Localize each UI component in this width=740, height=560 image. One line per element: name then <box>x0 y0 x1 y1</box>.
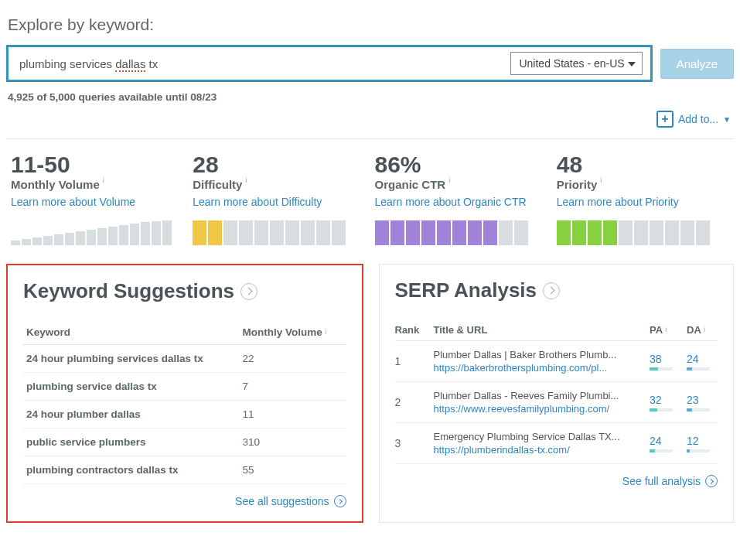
da-score[interactable]: 12 <box>687 435 718 452</box>
info-icon[interactable]: i <box>704 326 705 333</box>
metric-priority: 48 Priorityi Learn more about Priority <box>552 153 734 245</box>
keyword-input[interactable]: plumbing services dallas tx <box>15 54 510 73</box>
pa-score[interactable]: 38 <box>650 353 687 370</box>
rank-cell: 2 <box>395 396 434 408</box>
serp-table-header: Rank Title & URL PA i DA i <box>395 319 718 341</box>
info-icon[interactable]: i <box>245 176 247 184</box>
serp-title: Emergency Plumbing Service Dallas TX... <box>434 431 644 442</box>
serp-title: Plumber Dallas - Reeves Family Plumbi... <box>434 390 644 401</box>
table-row[interactable]: public service plumbers310 <box>23 429 346 456</box>
pa-score[interactable]: 24 <box>650 435 687 452</box>
see-all-suggestions-link[interactable]: See all suggestions <box>23 495 346 507</box>
table-row[interactable]: plumbing service dallas tx7 <box>23 373 346 401</box>
chevron-down-icon: ▼ <box>723 115 731 124</box>
keyword-cell: plumbing service dallas tx <box>23 373 239 401</box>
rank-cell: 3 <box>395 437 434 449</box>
chevron-right-icon <box>543 282 560 299</box>
serp-url-link[interactable]: https://bakerbrothersplumbing.com/pl... <box>434 362 644 374</box>
difficulty-learn-link[interactable]: Learn more about Difficulty <box>193 196 362 208</box>
search-row: plumbing services dallas tx United State… <box>6 45 734 82</box>
metrics-row: 11-50 Monthly Volumei Learn more about V… <box>6 138 734 245</box>
keyword-cell: 24 hour plumbing services dallas tx <box>23 345 239 373</box>
info-icon[interactable]: i <box>325 328 326 336</box>
volume-chart <box>11 220 180 245</box>
table-row[interactable]: 24 hour plumbing services dallas tx22 <box>23 345 346 373</box>
serp-row: 2Plumber Dallas - Reeves Family Plumbi..… <box>395 382 718 423</box>
info-icon[interactable]: i <box>665 326 667 333</box>
pa-score[interactable]: 32 <box>650 394 687 411</box>
suggestions-table: Keyword Monthly Volume i 24 hour plumbin… <box>23 320 346 484</box>
info-icon[interactable]: i <box>600 176 602 184</box>
da-score[interactable]: 23 <box>687 394 718 411</box>
search-box: plumbing services dallas tx United State… <box>6 45 653 82</box>
chevron-right-icon <box>705 475 718 487</box>
volume-learn-link[interactable]: Learn more about Volume <box>11 196 180 208</box>
serp-analysis-title[interactable]: SERP Analysis <box>395 278 718 302</box>
table-row[interactable]: plumbing contractors dallas tx55 <box>23 456 346 484</box>
keyword-cell: 24 hour plumber dallas <box>23 401 239 429</box>
priority-learn-link[interactable]: Learn more about Priority <box>557 196 726 208</box>
volume-cell: 22 <box>239 345 346 373</box>
quota-text: 4,925 of 5,000 queries available until 0… <box>8 91 732 103</box>
plus-icon: + <box>656 111 674 128</box>
add-to-button[interactable]: + Add to... ▼ <box>656 111 731 128</box>
volume-cell: 7 <box>239 373 346 401</box>
rank-cell: 1 <box>395 355 434 367</box>
keyword-suggestions-title[interactable]: Keyword Suggestions <box>23 279 346 303</box>
priority-chart <box>557 220 726 245</box>
da-score[interactable]: 24 <box>687 353 718 370</box>
serp-url-link[interactable]: https://plumberindallas-tx.com/ <box>434 444 644 456</box>
keyword-suggestions-panel: Keyword Suggestions Keyword Monthly Volu… <box>6 264 363 523</box>
see-full-analysis-link[interactable]: See full analysis <box>395 475 718 487</box>
explore-label: Explore by keyword: <box>8 15 732 34</box>
ctr-chart <box>375 220 544 245</box>
chevron-right-icon <box>240 283 257 300</box>
serp-analysis-panel: SERP Analysis Rank Title & URL PA i DA i… <box>379 264 735 523</box>
metric-difficulty: 28 Difficultyi Learn more about Difficul… <box>188 153 370 245</box>
metric-ctr: 86% Organic CTRi Learn more about Organi… <box>370 153 552 245</box>
serp-title: Plumber Dallas | Baker Brothers Plumb... <box>434 349 644 360</box>
serp-url-link[interactable]: https://www.reevesfamilyplumbing.com/ <box>434 403 644 415</box>
info-icon[interactable]: i <box>448 176 450 184</box>
ctr-learn-link[interactable]: Learn more about Organic CTR <box>375 196 544 208</box>
keyword-cell: plumbing contractors dallas tx <box>23 456 239 484</box>
info-icon[interactable]: i <box>103 176 104 184</box>
keyword-cell: public service plumbers <box>23 429 239 456</box>
chevron-right-icon <box>334 495 346 507</box>
metric-volume: 11-50 Monthly Volumei Learn more about V… <box>6 153 188 245</box>
analyze-button[interactable]: Analyze <box>660 49 734 79</box>
difficulty-chart <box>193 220 362 245</box>
volume-cell: 310 <box>239 429 346 456</box>
table-row[interactable]: 24 hour plumber dallas11 <box>23 401 346 429</box>
locale-select[interactable]: United States - en-US <box>510 52 642 75</box>
serp-row: 3Emergency Plumbing Service Dallas TX...… <box>395 423 718 464</box>
serp-row: 1Plumber Dallas | Baker Brothers Plumb..… <box>395 341 718 382</box>
volume-cell: 55 <box>239 456 346 484</box>
volume-cell: 11 <box>239 401 346 429</box>
